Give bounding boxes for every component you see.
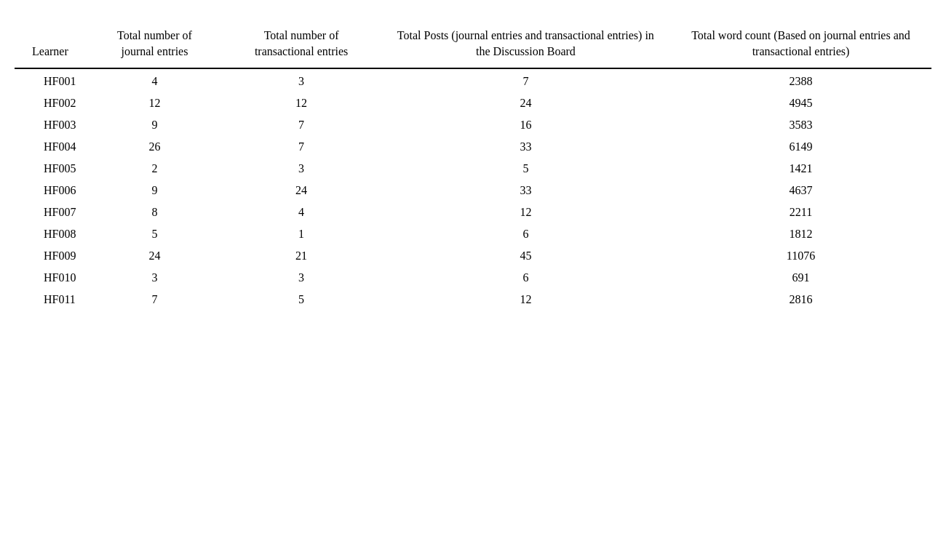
cell-word-count: 691	[670, 267, 931, 289]
table-row: HF006924334637	[15, 180, 931, 201]
table-row: HF010336691	[15, 267, 931, 289]
cell-journal: 3	[87, 267, 221, 289]
cell-journal: 24	[87, 245, 221, 267]
cell-word-count: 2388	[670, 68, 931, 92]
cell-word-count: 11076	[670, 245, 931, 267]
cell-learner: HF011	[15, 289, 87, 311]
cell-transactional: 1	[221, 223, 381, 245]
cell-transactional: 7	[221, 136, 381, 158]
data-table: Learner Total number of journal entries …	[15, 22, 931, 311]
cell-journal: 4	[87, 68, 221, 92]
table-row: HF0021212244945	[15, 92, 931, 114]
cell-transactional: 12	[221, 92, 381, 114]
cell-transactional: 3	[221, 158, 381, 180]
cell-word-count: 1421	[670, 158, 931, 180]
cell-learner: HF008	[15, 223, 87, 245]
table-row: HF00784122211	[15, 201, 931, 223]
header-total-posts: Total Posts (journal entries and transac…	[381, 22, 670, 68]
cell-total-posts: 6	[381, 267, 670, 289]
header-journal-entries: Total number of journal entries	[87, 22, 221, 68]
cell-total-posts: 16	[381, 114, 670, 136]
cell-word-count: 4945	[670, 92, 931, 114]
cell-learner: HF010	[15, 267, 87, 289]
table-row: HF0085161812	[15, 223, 931, 245]
cell-transactional: 5	[221, 289, 381, 311]
cell-total-posts: 12	[381, 289, 670, 311]
cell-total-posts: 33	[381, 180, 670, 201]
cell-transactional: 3	[221, 267, 381, 289]
cell-total-posts: 6	[381, 223, 670, 245]
cell-word-count: 2211	[670, 201, 931, 223]
cell-word-count: 6149	[670, 136, 931, 158]
cell-total-posts: 33	[381, 136, 670, 158]
cell-transactional: 21	[221, 245, 381, 267]
cell-transactional: 3	[221, 68, 381, 92]
cell-learner: HF007	[15, 201, 87, 223]
cell-learner: HF004	[15, 136, 87, 158]
cell-journal: 9	[87, 180, 221, 201]
cell-journal: 5	[87, 223, 221, 245]
cell-learner: HF005	[15, 158, 87, 180]
cell-word-count: 4637	[670, 180, 931, 201]
cell-journal: 8	[87, 201, 221, 223]
cell-transactional: 7	[221, 114, 381, 136]
header-learner: Learner	[15, 22, 87, 68]
cell-journal: 26	[87, 136, 221, 158]
cell-learner: HF003	[15, 114, 87, 136]
cell-learner: HF009	[15, 245, 87, 267]
table-row: HF00397163583	[15, 114, 931, 136]
cell-transactional: 24	[221, 180, 381, 201]
cell-journal: 9	[87, 114, 221, 136]
table-row: HF00924214511076	[15, 245, 931, 267]
cell-word-count: 3583	[670, 114, 931, 136]
table-row: HF0014372388	[15, 68, 931, 92]
table-header-row: Learner Total number of journal entries …	[15, 22, 931, 68]
cell-learner: HF001	[15, 68, 87, 92]
cell-journal: 12	[87, 92, 221, 114]
table-row: HF01175122816	[15, 289, 931, 311]
cell-journal: 7	[87, 289, 221, 311]
cell-total-posts: 24	[381, 92, 670, 114]
cell-learner: HF002	[15, 92, 87, 114]
table-row: HF004267336149	[15, 136, 931, 158]
cell-transactional: 4	[221, 201, 381, 223]
header-word-count: Total word count (Based on journal entri…	[670, 22, 931, 68]
table-row: HF0052351421	[15, 158, 931, 180]
cell-learner: HF006	[15, 180, 87, 201]
cell-total-posts: 5	[381, 158, 670, 180]
cell-word-count: 2816	[670, 289, 931, 311]
cell-word-count: 1812	[670, 223, 931, 245]
header-transactional-entries: Total number of transactional entries	[221, 22, 381, 68]
cell-total-posts: 12	[381, 201, 670, 223]
main-container: Learner Total number of journal entries …	[15, 22, 931, 311]
cell-total-posts: 7	[381, 68, 670, 92]
cell-journal: 2	[87, 158, 221, 180]
cell-total-posts: 45	[381, 245, 670, 267]
